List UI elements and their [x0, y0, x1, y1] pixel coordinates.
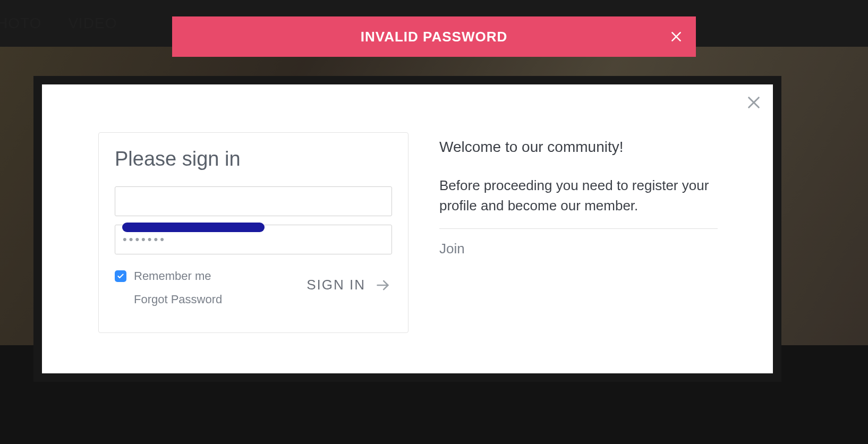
welcome-title: Welcome to our community!	[439, 139, 718, 156]
error-close-button[interactable]	[669, 30, 683, 44]
signin-card: Please sign in Remember me Forgot Passwo…	[98, 132, 409, 333]
signin-button-label: SIGN IN	[307, 277, 365, 293]
signin-footer-row: Remember me Forgot Password SIGN IN	[115, 269, 392, 306]
remember-me-label: Remember me	[134, 269, 211, 283]
check-icon	[117, 272, 124, 280]
close-icon	[669, 30, 683, 44]
arrow-right-icon	[374, 278, 392, 293]
redacted-overlay	[122, 223, 265, 232]
join-link[interactable]: Join	[439, 241, 718, 257]
error-message: INVALID PASSWORD	[361, 29, 507, 45]
signin-modal: Please sign in Remember me Forgot Passwo…	[42, 84, 773, 373]
close-icon	[745, 94, 762, 111]
signin-title: Please sign in	[115, 148, 392, 170]
username-input[interactable]	[115, 186, 392, 216]
error-banner: INVALID PASSWORD	[172, 16, 696, 57]
forgot-password-link[interactable]: Forgot Password	[134, 293, 222, 306]
welcome-panel: Welcome to our community! Before proceed…	[439, 139, 718, 257]
welcome-body: Before proceeding you need to register y…	[439, 176, 718, 229]
input-group	[115, 186, 392, 254]
modal-backdrop: Please sign in Remember me Forgot Passwo…	[33, 76, 781, 382]
remember-me-checkbox[interactable]	[115, 270, 126, 282]
modal-close-button[interactable]	[745, 94, 762, 113]
signin-button[interactable]: SIGN IN	[307, 277, 392, 293]
remember-me-row: Remember me	[115, 269, 222, 283]
signin-left-links: Remember me Forgot Password	[115, 269, 222, 306]
